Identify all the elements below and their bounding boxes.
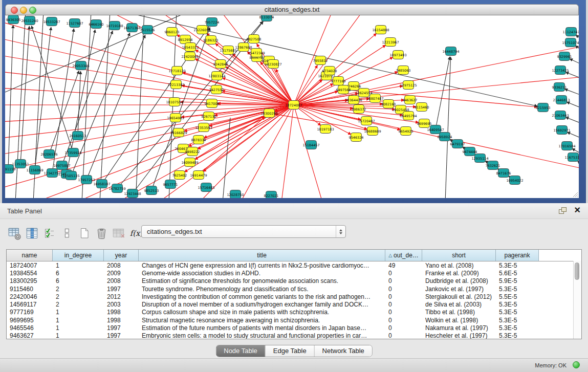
graph-edge[interactable] xyxy=(100,15,110,198)
graph-node[interactable]: 8267130 xyxy=(202,112,216,121)
graph-edge[interactable] xyxy=(49,71,79,154)
table-row[interactable]: 1830029562008Estimation of significance … xyxy=(7,277,581,285)
graph-node[interactable]: 9657771 xyxy=(163,180,178,189)
graph-node[interactable]: 12213383 xyxy=(167,80,184,89)
graph-edge[interactable] xyxy=(565,117,579,124)
graph-node[interactable]: 12975125 xyxy=(400,81,417,90)
graph-edge[interactable] xyxy=(294,15,363,105)
create-column-icon[interactable] xyxy=(77,225,92,242)
table-row[interactable]: 969969511998Structural magnetic resonanc… xyxy=(7,316,581,324)
graph-node[interactable]: 8186323 xyxy=(204,36,219,45)
graph-edge[interactable] xyxy=(31,26,73,152)
graph-node[interactable]: 16448794 xyxy=(442,47,459,56)
table-row[interactable]: 1938455462009Genome-wide association stu… xyxy=(7,269,581,277)
graph-edge[interactable] xyxy=(86,35,145,180)
delete-table-icon[interactable] xyxy=(112,225,126,242)
graph-node[interactable]: 10688609 xyxy=(364,127,381,136)
graph-node[interactable]: 12353593 xyxy=(195,123,212,132)
graph-node[interactable]: 7632621 xyxy=(486,161,500,170)
graph-node[interactable]: 9827508 xyxy=(247,35,262,43)
graph-node[interactable]: 6734028 xyxy=(322,67,337,75)
tab-network-table[interactable]: Network Table xyxy=(315,345,372,357)
graph-edge[interactable] xyxy=(62,31,113,165)
graph-edge[interactable] xyxy=(567,132,579,139)
graph-node[interactable]: 9242848 xyxy=(213,60,228,69)
graph-node[interactable]: 7625402 xyxy=(172,171,187,180)
graph-node[interactable]: 7955812 xyxy=(313,56,328,65)
minimize-window-icon[interactable] xyxy=(20,7,27,14)
network-canvas[interactable]: 9436305205312401053328711527607646616010… xyxy=(5,15,579,198)
graph-edge[interactable] xyxy=(5,105,294,138)
graph-node[interactable]: 20531240 xyxy=(21,16,38,25)
resize-grip-icon[interactable] xyxy=(571,190,578,198)
graph-edge[interactable] xyxy=(570,59,579,65)
graph-node[interactable]: 6466160 xyxy=(89,20,104,29)
graph-node[interactable]: 7515526 xyxy=(140,26,155,34)
graph-node[interactable]: 21063443 xyxy=(552,111,569,120)
graph-node[interactable]: 10197183 xyxy=(317,125,334,134)
graph-node[interactable]: 21446813 xyxy=(553,96,570,104)
graph-node[interactable]: 11527607 xyxy=(66,19,83,28)
graph-edge[interactable] xyxy=(567,102,579,109)
unselect-all-rows-icon[interactable] xyxy=(59,225,74,242)
graph-node[interactable]: 20053346 xyxy=(72,61,89,70)
column-header-title[interactable]: title xyxy=(139,250,385,261)
network-window-titlebar[interactable]: citations_edges.txt xyxy=(5,4,579,15)
graph-edge[interactable] xyxy=(5,105,294,171)
dropdown-stepper-icon[interactable] xyxy=(336,226,345,237)
select-all-rows-icon[interactable] xyxy=(42,225,57,242)
close-panel-icon[interactable]: ✕ xyxy=(574,205,581,215)
network-graph[interactable]: 9436305205312401053328711527607646616010… xyxy=(5,15,579,198)
table-select-dropdown[interactable]: citations_edges.txt xyxy=(141,225,346,238)
graph-node[interactable]: 15720407 xyxy=(358,117,375,125)
delete-column-icon[interactable] xyxy=(94,225,109,242)
graph-edge[interactable] xyxy=(82,15,91,198)
column-header-out_de[interactable]: △out_de… xyxy=(385,250,422,261)
table-row[interactable]: 911546021997Tourette syndrome. Phenomeno… xyxy=(7,285,581,293)
memory-status-icon[interactable] xyxy=(573,361,580,368)
graph-node[interactable]: 9329961 xyxy=(557,52,572,61)
graph-node[interactable]: 9463627 xyxy=(403,96,418,104)
graph-node[interactable]: 7957224 xyxy=(205,18,220,27)
graph-edge[interactable] xyxy=(575,46,579,52)
graph-node[interactable]: 8912954 xyxy=(178,35,193,44)
graph-node[interactable]: 9654923 xyxy=(399,127,413,136)
graph-node[interactable]: 16914479 xyxy=(190,171,207,180)
table-row[interactable]: 1872400712008Changes of HCN gene express… xyxy=(7,261,581,269)
graph-node[interactable]: 9498222 xyxy=(185,147,200,156)
graph-node[interactable]: 11156869 xyxy=(26,166,43,174)
graph-node[interactable]: 20206576 xyxy=(40,150,57,159)
graph-node[interactable]: 6479197 xyxy=(450,140,465,148)
graph-node[interactable]: 7986372 xyxy=(352,105,366,114)
graph-node[interactable]: 9860123 xyxy=(165,28,180,36)
zoom-window-icon[interactable] xyxy=(29,7,36,14)
close-window-icon[interactable] xyxy=(11,7,18,14)
graph-node[interactable]: 15184457 xyxy=(302,141,319,149)
graph-node[interactable]: 15716485 xyxy=(198,183,214,192)
graph-edge[interactable] xyxy=(577,161,579,166)
graph-edge[interactable] xyxy=(564,89,579,96)
graph-node[interactable]: 8471676 xyxy=(496,169,511,178)
graph-node[interactable]: 8958924 xyxy=(438,133,452,141)
column-header-pagerank[interactable]: pagerank xyxy=(496,250,539,261)
graph-node[interactable]: 9417004 xyxy=(205,99,220,108)
graph-edge[interactable] xyxy=(35,27,51,170)
graph-edge[interactable] xyxy=(445,57,451,198)
graph-edge[interactable] xyxy=(8,25,13,169)
graph-node[interactable]: 8215953 xyxy=(536,103,551,112)
graph-node[interactable]: 16958107 xyxy=(93,180,110,188)
tab-node-table[interactable]: Node Table xyxy=(216,345,266,357)
graph-node[interactable]: 15692971 xyxy=(553,126,570,135)
graph-edge[interactable] xyxy=(435,57,450,129)
graph-node[interactable]: 8227021 xyxy=(264,191,279,199)
graph-node[interactable]: 16671368 xyxy=(123,24,140,32)
graph-node[interactable]: 9546324 xyxy=(349,133,364,142)
graph-node[interactable]: 9115460 xyxy=(415,103,429,112)
graph-node[interactable]: 10719188 xyxy=(106,21,123,30)
graph-node[interactable]: 16782759 xyxy=(108,184,125,193)
scrollbar-thumb[interactable] xyxy=(575,262,579,280)
graph-node[interactable]: 9852513 xyxy=(144,186,159,195)
column-header-year[interactable]: year xyxy=(104,250,139,261)
graph-node[interactable]: 7427552 xyxy=(209,85,224,94)
table-row[interactable]: 946554611997Estimation of the future num… xyxy=(7,324,581,332)
